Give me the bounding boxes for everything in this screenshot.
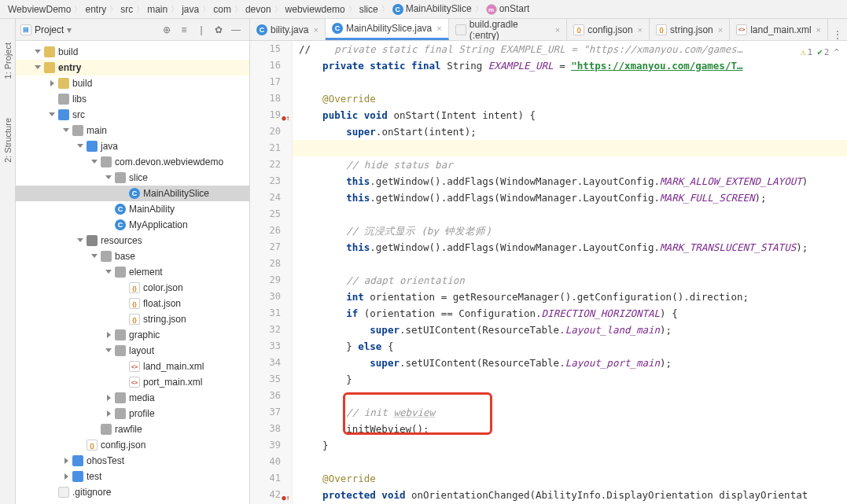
close-icon[interactable]: × <box>718 25 723 35</box>
code-line-30[interactable]: int orientation = getResourceManager().g… <box>293 289 847 305</box>
code-line-38[interactable]: initWebview(); <box>293 421 847 437</box>
code-line-36[interactable] <box>293 388 847 404</box>
crumb-com[interactable]: com <box>212 4 233 15</box>
line-number[interactable]: 34 <box>250 355 281 371</box>
expand-arrow[interactable] <box>118 315 127 324</box>
expand-arrow[interactable] <box>104 204 113 214</box>
expand-arrow[interactable] <box>90 425 99 434</box>
project-dropdown[interactable]: ▾ <box>67 24 72 35</box>
tree-entry[interactable]: entry <box>16 60 249 75</box>
code-line-29[interactable]: // adapt orientation <box>293 272 847 289</box>
close-icon[interactable]: × <box>555 25 560 35</box>
code-line-20[interactable]: super.onStart(intent); <box>293 123 847 140</box>
expand-arrow[interactable] <box>104 330 113 340</box>
crumb-src[interactable]: src <box>119 4 134 15</box>
crumb-entry[interactable]: entry <box>83 4 108 15</box>
tree-slice[interactable]: slice <box>16 170 249 186</box>
code[interactable]: 1 2 ^ // private static final String EXA… <box>293 41 847 504</box>
code-line-40[interactable] <box>293 454 847 470</box>
close-icon[interactable]: × <box>638 25 643 35</box>
code-line-31[interactable]: if (orientation == Configuration.DIRECTI… <box>293 305 847 322</box>
expand-arrow[interactable] <box>118 189 127 198</box>
code-line-41[interactable]: @Override <box>293 470 847 487</box>
code-line-19[interactable]: public void onStart(Intent intent) { <box>293 107 847 123</box>
line-number[interactable]: 23 <box>250 173 281 189</box>
close-icon[interactable]: × <box>816 25 821 35</box>
tree-graphic[interactable]: graphic <box>16 327 249 343</box>
line-number[interactable]: 29 <box>250 272 281 289</box>
expand-arrow[interactable] <box>118 377 127 387</box>
tree-land-main-xml[interactable]: <>land_main.xml <box>16 359 249 374</box>
expand-arrow[interactable] <box>90 157 99 167</box>
line-number[interactable]: 41 <box>250 470 281 487</box>
line-number[interactable]: 36 <box>250 388 281 404</box>
code-line-42[interactable]: protected void onOrientationChanged(Abil… <box>293 487 847 503</box>
expand-arrow[interactable] <box>47 110 57 120</box>
line-number[interactable]: 17 <box>250 74 281 90</box>
line-number[interactable]: 35 <box>250 371 281 388</box>
code-line-24[interactable]: this.getWindow().addFlags(WindowManager.… <box>293 189 847 206</box>
line-number[interactable]: 22 <box>250 156 281 173</box>
expand-arrow[interactable] <box>61 126 71 135</box>
tab-string-json[interactable]: {}string.json× <box>650 19 730 40</box>
tree-myapplication[interactable]: CMyApplication <box>16 217 249 233</box>
tree-profile[interactable]: profile <box>16 406 249 421</box>
line-number[interactable]: 32 <box>250 322 281 338</box>
tree-media[interactable]: media <box>16 390 249 406</box>
expand-arrow[interactable] <box>33 63 42 72</box>
crumb-webviewdemo[interactable]: webviewdemo <box>284 4 347 15</box>
expand-arrow[interactable] <box>90 252 99 261</box>
crumb-slice[interactable]: slice <box>358 4 380 15</box>
code-line-18[interactable]: @Override <box>293 90 847 107</box>
line-number[interactable]: 37 <box>250 404 281 421</box>
expand-arrow[interactable] <box>104 346 113 355</box>
tree-java[interactable]: java <box>16 138 249 154</box>
line-number[interactable]: 33 <box>250 338 281 355</box>
gear-icon[interactable]: ✿ <box>210 21 227 39</box>
code-line-17[interactable] <box>293 74 847 90</box>
tree-main[interactable]: main <box>16 123 249 138</box>
tree-mainability[interactable]: CMainAbility <box>16 201 249 217</box>
expand-arrow[interactable] <box>75 236 85 245</box>
close-icon[interactable]: × <box>313 25 318 35</box>
code-line-34[interactable]: super.setUIContent(ResourceTable.Layout_… <box>293 355 847 371</box>
expand-arrow[interactable] <box>61 456 71 465</box>
tree-layout[interactable]: layout <box>16 343 249 359</box>
line-number[interactable]: 31 <box>250 305 281 322</box>
tab-mainabilityslice-java[interactable]: CMainAbilitySlice.java× <box>326 19 449 40</box>
code-line-39[interactable]: } <box>293 437 847 454</box>
code-line-28[interactable] <box>293 256 847 272</box>
expand-arrow[interactable] <box>104 220 113 230</box>
crumb-devon[interactable]: devon <box>244 4 273 15</box>
locate-icon[interactable]: ⊕ <box>158 21 175 39</box>
code-line-23[interactable]: this.getWindow().addFlags(WindowManager.… <box>293 173 847 189</box>
code-line-15[interactable]: // private static final String EXAMPLE_U… <box>293 41 847 57</box>
tree-string-json[interactable]: {}string.json <box>16 311 249 327</box>
crumb-mainabilityslice[interactable]: CMainAbilitySlice <box>391 3 473 15</box>
tab-config-json[interactable]: {}config.json× <box>567 19 650 40</box>
tab-build-gradle-entry-[interactable]: build.gradle (:entry)× <box>449 19 568 40</box>
expand-arrow[interactable] <box>75 142 85 151</box>
code-line-32[interactable]: super.setUIContent(ResourceTable.Layout_… <box>293 322 847 338</box>
tree-ohostest[interactable]: ohosTest <box>16 453 249 469</box>
expand-arrow[interactable] <box>104 393 113 403</box>
rail-project[interactable]: 1: Project <box>3 42 13 79</box>
expand-icon[interactable]: ≡ <box>175 21 193 39</box>
expand-arrow[interactable] <box>118 362 127 371</box>
expand-arrow[interactable] <box>47 487 57 497</box>
code-line-21[interactable] <box>293 140 847 156</box>
crumb-main[interactable]: main <box>145 4 169 15</box>
lints-more[interactable]: ^ <box>834 44 839 61</box>
tree--gitignore[interactable]: .gitignore <box>16 484 249 500</box>
expand-arrow[interactable] <box>75 440 85 450</box>
line-number[interactable]: 21 <box>250 140 281 156</box>
tree-libs[interactable]: libs <box>16 91 249 107</box>
expand-arrow[interactable] <box>118 299 127 308</box>
inspection-hints[interactable]: 1 2 ^ <box>801 44 839 61</box>
tree-element[interactable]: element <box>16 264 249 280</box>
expand-arrow[interactable] <box>104 409 113 418</box>
tree-build[interactable]: build <box>16 75 249 91</box>
expand-arrow[interactable] <box>104 173 113 182</box>
line-number[interactable]: 16 <box>250 57 281 74</box>
tree-test[interactable]: test <box>16 469 249 484</box>
